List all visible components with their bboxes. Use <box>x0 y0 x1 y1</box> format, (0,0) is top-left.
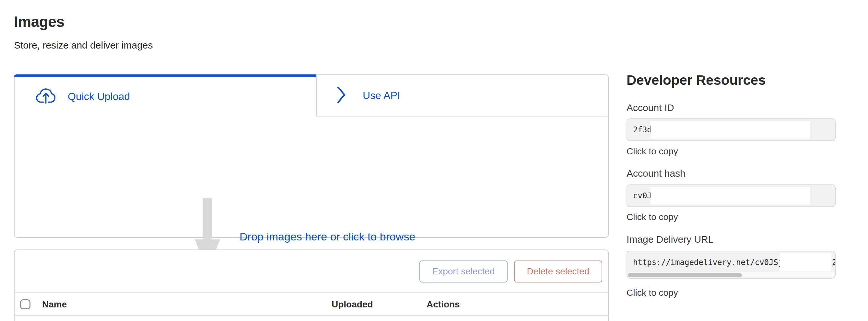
column-header-actions: Actions <box>427 292 460 316</box>
upload-panel: Quick Upload Use API Drop images here or… <box>14 74 609 238</box>
redaction-overlay <box>651 187 810 205</box>
table-toolbar: Export selected Delete selected <box>14 250 608 292</box>
select-all-checkbox[interactable] <box>20 299 30 309</box>
account-id-field[interactable]: 2f3d <box>626 118 836 141</box>
account-hash-label: Account hash <box>626 168 685 179</box>
column-header-uploaded: Uploaded <box>332 292 373 316</box>
account-hash-value: cv0J <box>633 191 652 200</box>
image-delivery-url-copy-hint: Click to copy <box>626 288 678 298</box>
delete-selected-button[interactable]: Delete selected <box>514 260 602 283</box>
tab-use-api-label: Use API <box>363 90 400 102</box>
image-delivery-url-value: https://imagedelivery.net/cv0JSj <box>633 258 783 267</box>
tab-quick-upload[interactable]: Quick Upload <box>14 76 316 116</box>
account-id-value: 2f3d <box>633 125 652 134</box>
page-subtitle: Store, resize and deliver images <box>14 40 153 51</box>
account-hash-copy-hint: Click to copy <box>626 212 678 222</box>
horizontal-scrollbar-thumb[interactable] <box>628 273 742 277</box>
tab-use-api[interactable]: Use API <box>317 75 608 116</box>
account-id-label: Account ID <box>626 102 674 113</box>
account-id-copy-hint: Click to copy <box>626 146 678 156</box>
dropzone-label: Drop images here or click to browse <box>240 230 415 243</box>
column-header-name: Name <box>42 292 67 316</box>
image-delivery-url-label: Image Delivery URL <box>626 234 713 245</box>
developer-resources-title: Developer Resources <box>626 72 766 88</box>
chevron-right-icon <box>337 85 346 106</box>
account-hash-field[interactable]: cv0J <box>626 184 836 207</box>
tab-quick-upload-label: Quick Upload <box>68 91 130 103</box>
export-selected-button[interactable]: Export selected <box>420 260 507 283</box>
table-header-row: Name Uploaded Actions <box>14 292 608 316</box>
redaction-overlay <box>651 121 810 139</box>
page-title: Images <box>14 13 64 30</box>
redaction-overlay <box>780 253 831 272</box>
images-table-panel: Export selected Delete selected Name Upl… <box>14 249 609 321</box>
image-delivery-url-fragment: 2 <box>832 258 836 267</box>
dropzone[interactable]: Drop images here or click to browse <box>14 116 608 237</box>
developer-resources-sidebar: Developer Resources Account ID 2f3d Clic… <box>626 0 836 321</box>
cloud-upload-icon <box>36 88 55 105</box>
image-delivery-url-field[interactable]: https://imagedelivery.net/cv0JSj 2 <box>626 251 836 279</box>
